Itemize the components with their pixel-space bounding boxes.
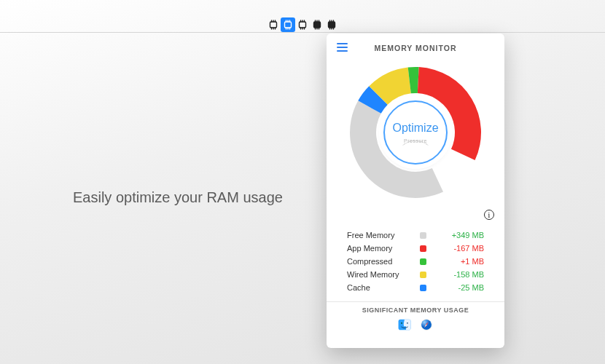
menubar-icons <box>266 17 339 32</box>
divider <box>327 301 504 302</box>
optimize-label: Optimize <box>392 122 438 135</box>
stat-swatch <box>420 285 426 291</box>
stat-value: +349 MB <box>437 231 484 240</box>
info-row: i <box>335 210 496 223</box>
stat-label: App Memory <box>347 244 420 253</box>
menubar-divider <box>0 32 605 33</box>
memory-monitor-panel: MEMORY MONITOR Optimize Pressure i Free … <box>327 33 504 348</box>
panel-title: MEMORY MONITOR <box>375 44 457 52</box>
significant-usage-label: SIGNIFICANT MEMORY USAGE <box>335 306 496 314</box>
stat-row: Wired Memory-158 MB <box>347 268 484 281</box>
stat-row: App Memory-167 MB <box>347 242 484 255</box>
svg-rect-28 <box>329 22 335 28</box>
stat-label: Compressed <box>347 257 420 266</box>
stat-value: -167 MB <box>437 244 484 253</box>
stat-swatch <box>420 258 426 265</box>
stat-value: +1 MB <box>437 257 484 266</box>
svg-rect-7 <box>285 22 292 28</box>
stat-swatch <box>420 245 426 252</box>
stat-row: Free Memory+349 MB <box>347 229 484 242</box>
finder-icon[interactable] <box>398 318 411 331</box>
panel-header: MEMORY MONITOR <box>335 41 496 55</box>
stat-label: Free Memory <box>347 231 420 240</box>
significant-usage-apps <box>335 318 496 331</box>
memory-donut-chart: Optimize Pressure <box>343 60 488 205</box>
menubar-chip-icon[interactable] <box>310 17 324 32</box>
svg-rect-0 <box>270 22 277 28</box>
svg-rect-21 <box>314 22 321 28</box>
svg-point-44 <box>401 323 402 324</box>
marketing-tagline: Easily optimize your RAM usage <box>73 189 313 206</box>
stat-row: Compressed+1 MB <box>347 255 484 268</box>
svg-line-35 <box>405 143 405 145</box>
stat-swatch <box>420 232 426 239</box>
menubar-chip-icon[interactable] <box>266 17 281 32</box>
stat-row: Cache-25 MB <box>347 281 484 294</box>
menubar-chip-icon[interactable] <box>324 17 339 32</box>
svg-rect-14 <box>300 22 306 28</box>
menu-button[interactable] <box>337 41 350 54</box>
optimize-button[interactable]: Optimize Pressure <box>383 100 448 165</box>
stat-label: Cache <box>347 283 420 292</box>
stat-value: -25 MB <box>437 283 484 292</box>
safari-icon[interactable] <box>420 318 433 331</box>
stat-label: Wired Memory <box>347 270 420 279</box>
info-icon[interactable]: i <box>484 210 494 220</box>
menubar <box>0 17 605 33</box>
svg-line-40 <box>426 143 427 145</box>
svg-point-45 <box>407 323 408 324</box>
stat-swatch <box>420 272 426 278</box>
pressure-label: Pressure <box>404 138 427 143</box>
memory-stats: Free Memory+349 MBApp Memory-167 MBCompr… <box>335 229 496 294</box>
menubar-chip-icon[interactable] <box>295 17 310 32</box>
stat-value: -158 MB <box>437 270 484 279</box>
menubar-chip-icon-selected[interactable] <box>281 17 295 32</box>
